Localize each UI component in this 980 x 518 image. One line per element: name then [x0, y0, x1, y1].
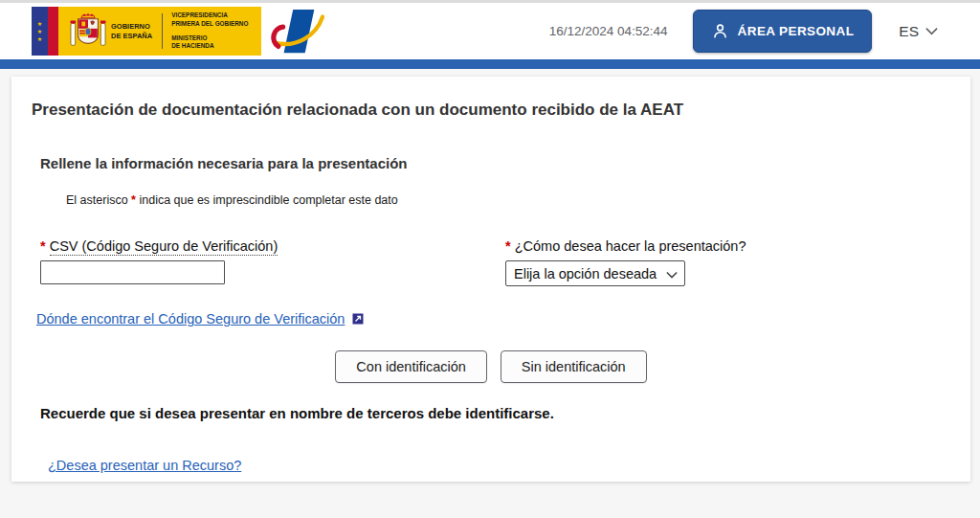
third-party-reminder: Recuerde que si desea presentar en nombr… [40, 405, 950, 421]
form-row: * CSV (Código Seguro de Verificación) * … [40, 238, 950, 286]
gobierno-line2: DE ESPAÑA [111, 32, 152, 40]
datetime-display: 16/12/2024 04:52:44 [549, 24, 668, 38]
page-title: Presentación de documentación relacionad… [32, 101, 950, 120]
spain-coat-of-arms-icon [70, 11, 106, 52]
presentation-select[interactable]: Elija la opción deseada [505, 260, 685, 286]
logo-divider [162, 13, 163, 49]
asterisk-note: El asterisco * indica que es imprescindi… [66, 193, 950, 207]
aeat-logo[interactable] [270, 7, 325, 56]
csv-label: * CSV (Código Seguro de Verificación) [40, 238, 505, 254]
note-prefix: El asterisco [66, 193, 128, 207]
area-personal-label: ÁREA PERSONAL [738, 24, 855, 38]
vicepresidencia-line2: PRIMERA DEL GOBIERNO [171, 20, 248, 28]
star-icon: ★ [37, 29, 42, 34]
eu-flag-stripe: ★ ★ ★ [32, 7, 48, 56]
con-identificacion-button[interactable]: Con identificación [335, 350, 486, 383]
vicepresidencia-line1: VICEPRESIDENCIA [171, 11, 248, 19]
presentation-field-group: * ¿Cómo desea hacer la presentación? Eli… [505, 238, 746, 286]
note-suffix: indica que es imprescindible completar e… [139, 193, 397, 207]
csv-help-row: Dónde encontrar el Código Seguro de Veri… [36, 311, 950, 327]
ministerio-line1: MINISTERIO [171, 34, 248, 42]
gobierno-text: GOBIERNO DE ESPAÑA [111, 7, 152, 56]
required-asterisk: * [505, 238, 511, 254]
csv-field-group: * CSV (Código Seguro de Verificación) [40, 238, 505, 286]
language-selector[interactable]: ES [899, 23, 938, 40]
csv-input[interactable] [40, 260, 225, 284]
presentation-label: * ¿Cómo desea hacer la presentación? [505, 238, 746, 254]
required-asterisk: * [40, 238, 46, 254]
presentation-label-text: ¿Cómo desea hacer la presentación? [515, 238, 746, 254]
header: ★ ★ ★ GOBIERNO DE ESPAÑA [0, 3, 980, 59]
spain-flag-red-stripe [48, 7, 58, 56]
spain-flag-yellow-stripe [58, 7, 66, 56]
star-icon: ★ [37, 36, 42, 42]
sin-identificacion-button[interactable]: Sin identificación [501, 350, 647, 383]
recurso-link[interactable]: ¿Desea presentar un Recurso? [48, 458, 241, 473]
required-asterisk: * [131, 193, 136, 207]
csv-label-text: CSV (Código Seguro de Verificación) [50, 238, 278, 256]
person-icon [711, 22, 729, 40]
area-personal-button[interactable]: ÁREA PERSONAL [693, 10, 873, 53]
csv-help-link[interactable]: Dónde encontrar el Código Seguro de Veri… [36, 311, 345, 327]
content-card: Presentación de documentación relacionad… [11, 77, 970, 482]
section-subtitle: Rellene la información necesaria para la… [40, 155, 950, 171]
star-icon: ★ [37, 21, 42, 27]
action-buttons: Con identificación Sin identificación [32, 350, 950, 383]
gobierno-line1: GOBIERNO [111, 22, 152, 31]
chevron-down-icon [925, 27, 938, 35]
external-link-icon [352, 313, 364, 325]
gobierno-espana-logo[interactable]: ★ ★ ★ GOBIERNO DE ESPAÑA [32, 7, 261, 56]
accent-bar [0, 59, 980, 69]
language-label: ES [899, 23, 919, 40]
ministry-text: VICEPRESIDENCIA PRIMERA DEL GOBIERNO MIN… [171, 7, 261, 56]
ministerio-line2: DE HACIENDA [171, 42, 248, 50]
